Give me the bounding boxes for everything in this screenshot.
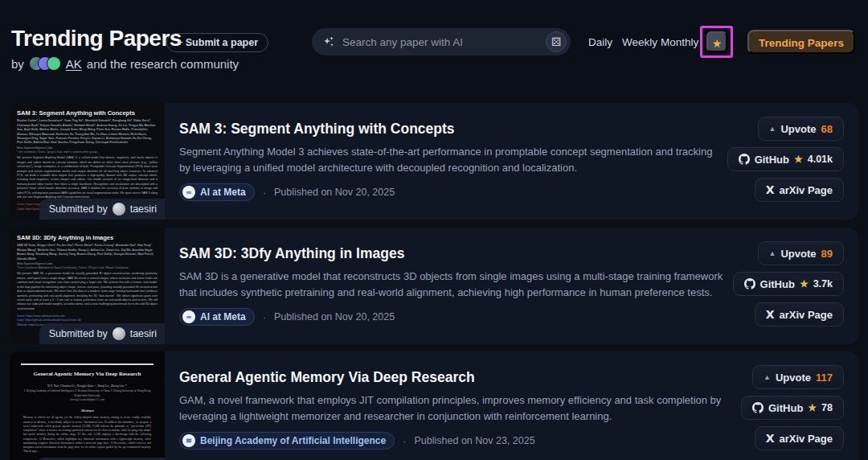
preview-abstract: We present Segment Anything Model (SAM) … — [17, 156, 158, 199]
preview-title: General Agentic Memory Via Deep Research — [18, 371, 156, 377]
paper-content: SAM 3: Segment Anything with Concepts Se… — [165, 103, 739, 220]
byline-prefix: by — [11, 57, 24, 71]
favorites-star-button[interactable]: ★ — [706, 31, 727, 52]
page-title: Trending Papers — [11, 26, 182, 51]
submitter-name: taesiri — [130, 328, 157, 339]
paper-card: General Agentic Memory Via Deep Research… — [10, 351, 858, 460]
preview-email: zhengliu1026@gmail.com — [18, 398, 156, 401]
submitted-by[interactable]: Submitted by taesiri — [39, 199, 165, 220]
paper-content: SAM 3D: 3Dfy Anything in Images SAM 3D i… — [165, 228, 739, 344]
community-avatars[interactable] — [29, 56, 61, 71]
paper-card: SAM 3: Segment Anything with Concepts Ni… — [10, 103, 858, 220]
paper-title-link[interactable]: SAM 3: Segment Anything with Concepts — [179, 121, 723, 138]
published-date: Published on Nov 20, 2025 — [274, 187, 395, 198]
github-icon — [752, 402, 764, 413]
star-icon: ★ — [794, 154, 803, 165]
github-button[interactable]: GitHub ★ 78 — [741, 396, 844, 420]
preview-abstract: Memory is critical for AI agents, yet th… — [18, 416, 156, 454]
meta-logo-icon: ∞ — [182, 186, 195, 199]
github-label: GitHub — [768, 402, 803, 414]
paper-title-link[interactable]: General Agentic Memory Via Deep Research — [179, 369, 723, 387]
submitted-by-label: Submitted by — [49, 328, 108, 339]
github-star-count: 3.7k — [813, 278, 833, 290]
paper-meta-row: ∞ AI at Meta · Published on Nov 20, 2025 — [179, 308, 723, 326]
preview-affiliation: 1. Beijing Academy of Artificial Intelli… — [18, 389, 156, 398]
paper-thumbnail[interactable]: General Agentic Memory Via Deep Research… — [10, 351, 165, 460]
paper-content: General Agentic Memory Via Deep Research… — [165, 351, 739, 460]
github-label: GitHub — [760, 278, 795, 290]
upvote-caret-icon: ▲ — [769, 125, 776, 133]
byline: by AK and the research community — [11, 56, 239, 71]
arxiv-page-button[interactable]: X arXiv Page — [755, 178, 844, 202]
preview-title: SAM 3: Segment Anything with Concepts — [17, 109, 158, 117]
upvote-caret-icon: ▲ — [764, 373, 771, 381]
search-bar[interactable]: ⚄ — [312, 28, 571, 55]
paper-title-link[interactable]: SAM 3D: 3Dfy Anything in Images — [179, 245, 723, 263]
submitter-name: taesiri — [130, 203, 157, 215]
preview-abstract: We present SAM 3D, a generative model fo… — [17, 272, 158, 311]
upvote-count: 117 — [816, 372, 833, 384]
github-button[interactable]: GitHub ★ 4.01k — [727, 147, 844, 171]
upvote-caret-icon: ▲ — [769, 249, 776, 257]
submit-paper-button[interactable]: + Submit a paper — [166, 33, 268, 52]
submitter-avatar — [113, 203, 125, 216]
paper-actions: ▲ Upvote 117 GitHub ★ 78 X arXiv Page — [739, 351, 858, 460]
trending-papers-button[interactable]: Trending Papers — [747, 30, 855, 54]
paper-description: Segment Anything Model 3 achieves state-… — [179, 144, 723, 176]
paper-meta-row: ≋ Beijing Academy of Artificial Intellig… — [179, 432, 723, 450]
github-icon — [744, 278, 755, 290]
paper-actions: ▲ Upvote 68 GitHub ★ 4.01k X arXiv Page — [739, 103, 858, 220]
upvote-button[interactable]: ▲ Upvote 89 — [758, 241, 844, 265]
nav-weekly[interactable]: Weekly — [622, 36, 657, 48]
upvote-label: Upvote — [780, 123, 816, 135]
org-badge[interactable]: ≋ Beijing Academy of Artificial Intellig… — [179, 432, 395, 450]
nav-daily[interactable]: Daily — [588, 36, 612, 48]
paper-description: GAM, a novel framework that employs JIT … — [179, 392, 723, 425]
preview-authors: SAM 3D Team, Xingyu Chen*, Fu-Jen Chu*, … — [17, 244, 158, 261]
submitted-by[interactable]: Submitted by taesiri — [39, 323, 165, 344]
avatar-community-2[interactable] — [47, 56, 61, 71]
submitted-by-label: Submitted by — [49, 203, 108, 215]
org-name: Beijing Academy of Artificial Intelligen… — [200, 435, 386, 446]
upvote-count: 89 — [821, 248, 833, 260]
github-star-count: 78 — [821, 402, 833, 413]
paper-thumbnail[interactable]: SAM 3: Segment Anything with Concepts Ni… — [10, 103, 165, 220]
paper-thumbnail[interactable]: SAM 3D: 3Dfy Anything in Images SAM 3D T… — [10, 228, 165, 344]
preview-note: *core contributor, †intern, ‡project lea… — [17, 150, 158, 154]
paper-actions: ▲ Upvote 89 GitHub ★ 3.7k X arXiv Page — [739, 228, 858, 344]
upvote-button[interactable]: ▲ Upvote 68 — [758, 117, 844, 141]
x-logo-icon: X — [766, 183, 775, 196]
paper-preview: General Agentic Memory Via Deep Research… — [10, 351, 165, 460]
byline-suffix: and the research community — [87, 57, 239, 71]
random-paper-dice-button[interactable]: ⚄ — [546, 31, 567, 52]
upvote-label: Upvote — [776, 372, 811, 384]
star-icon: ★ — [808, 402, 817, 413]
org-name: AI at Meta — [200, 311, 246, 322]
search-input[interactable] — [342, 36, 546, 48]
arxiv-label: arXiv Page — [780, 433, 833, 445]
paper-preview: SAM 3D: 3Dfy Anything in Images SAM 3D T… — [10, 228, 165, 333]
meta-separator: · — [403, 435, 406, 447]
paper-description: SAM 3D is a generative model that recons… — [179, 269, 723, 301]
star-icon: ★ — [800, 278, 809, 290]
arxiv-label: arXiv Page — [780, 184, 833, 196]
preview-affiliation: Meta Superintelligence Labs — [17, 146, 158, 150]
arxiv-page-button[interactable]: X arXiv Page — [755, 302, 844, 327]
baai-logo-icon: ≋ — [182, 434, 195, 447]
upvote-button[interactable]: ▲ Upvote 117 — [752, 365, 844, 389]
nav-monthly[interactable]: Monthly — [661, 36, 698, 48]
paper-card: SAM 3D: 3Dfy Anything in Images SAM 3D T… — [10, 228, 858, 344]
github-label: GitHub — [755, 154, 789, 166]
preview-authors: B.Y. Yan¹, Chaofan Li¹, Hongjin Qian¹ ²,… — [18, 384, 156, 388]
org-badge[interactable]: ∞ AI at Meta — [179, 183, 255, 201]
org-badge[interactable]: ∞ AI at Meta — [179, 308, 255, 326]
github-button[interactable]: GitHub ★ 3.7k — [733, 272, 844, 296]
x-logo-icon: X — [766, 432, 775, 445]
published-date: Published on Nov 23, 2025 — [415, 435, 535, 446]
preview-abstract-heading: Abstract — [18, 409, 156, 413]
org-name: AI at Meta — [200, 187, 246, 198]
ak-link[interactable]: AK — [66, 57, 82, 71]
preview-authors: Nicolas Carion*, Laura Gustafson*, Yuan-… — [17, 119, 158, 146]
github-icon — [739, 154, 750, 165]
arxiv-page-button[interactable]: X arXiv Page — [755, 426, 844, 450]
